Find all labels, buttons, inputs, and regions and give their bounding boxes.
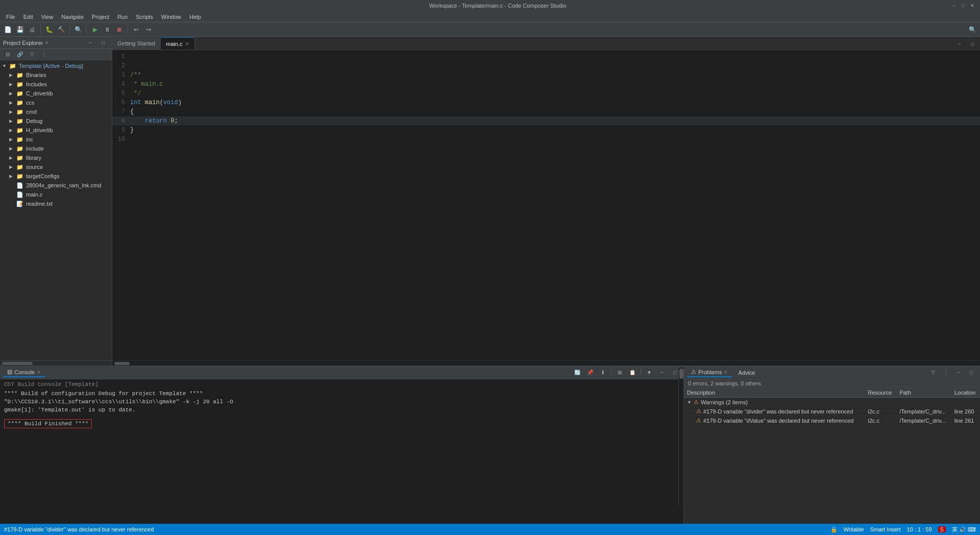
problems-tab-close[interactable]: ✕	[724, 370, 728, 375]
warnings-group-row[interactable]: ▼ ⚠ Warnings (2 items)	[684, 398, 980, 407]
new-button[interactable]: 📄	[2, 24, 13, 35]
tab-getting-started[interactable]: Getting Started	[112, 37, 161, 50]
print-button[interactable]: 🖨	[27, 24, 38, 35]
pe-minimize-icon[interactable]: −	[85, 37, 96, 48]
minimize-button[interactable]: ─	[950, 2, 958, 9]
tree-item-source[interactable]: ▶ 📁 source	[0, 162, 112, 172]
main-layout: Project Explorer ✕ − □ ⊟ 🔗 ▽ ⋮ ▼ 📁	[0, 37, 980, 524]
console-menu-icon[interactable]: ▼	[644, 367, 655, 378]
tab-close-main-c[interactable]: ✕	[185, 41, 189, 46]
pe-collapse-all[interactable]: ⊟	[2, 49, 13, 60]
editor-content[interactable]: 1 2 3 /** 4 *	[112, 50, 980, 146]
tab-advice[interactable]: Advice	[734, 369, 759, 377]
problems-filter-icon[interactable]: ▽	[927, 367, 939, 378]
col-resource[interactable]: Resource	[865, 388, 896, 398]
col-path[interactable]: Path	[896, 388, 951, 398]
warning-path-1: /Template/C_driv...	[896, 407, 951, 416]
tree-item-include[interactable]: ▶ 📁 include	[0, 144, 112, 153]
warning-resource-2: i2c.c	[865, 416, 896, 425]
close-button[interactable]: ✕	[969, 2, 976, 9]
warning-row-2[interactable]: ⚠ #179-D variable "dValue" was declared …	[684, 416, 980, 425]
menu-scripts[interactable]: Scripts	[132, 13, 157, 21]
warnings-group-label: Warnings (2 items)	[701, 399, 748, 405]
tree-item-h-driverlib[interactable]: ▶ 📁 H_driverlib	[0, 126, 112, 135]
menu-view[interactable]: View	[37, 13, 58, 21]
search-button[interactable]: 🔍	[72, 24, 84, 35]
tree-item-lnk-cmd[interactable]: ▶ 📄 28004x_generic_ram_lnk.cmd	[0, 181, 112, 190]
problems-tabs: ⚠ Problems ✕ Advice	[687, 368, 760, 377]
save-button[interactable]: 💾	[14, 24, 26, 35]
status-right: 🔓 Writable Smart Insert 10 : 1 : 59 S 英 …	[830, 526, 976, 533]
code-line-2: 2	[112, 61, 980, 70]
pe-filter[interactable]: ▽	[27, 49, 38, 60]
tab-main-c[interactable]: main.c ✕	[161, 37, 195, 50]
menu-run[interactable]: Run	[113, 13, 132, 21]
code-line-9: 9 }	[112, 126, 980, 135]
tree-item-c-driverlib[interactable]: ▶ 📁 C_driverlib	[0, 89, 112, 98]
menu-edit[interactable]: Edit	[19, 13, 37, 21]
code-line-3: 3 /**	[112, 70, 980, 80]
tree-item-debug[interactable]: ▶ 📁 Debug	[0, 116, 112, 126]
build-button[interactable]: 🔨	[56, 24, 67, 35]
status-icons: 英 🔊 ⌨	[952, 526, 976, 533]
bottom-panel: ▤ Console ✕ 🔄 📌 ⬇ ⊞ 📋 ▼ − □	[0, 366, 980, 524]
tree-item-binaries[interactable]: ▶ 📁 Binaries	[0, 70, 112, 80]
problems-status: 0 errors, 2 warnings, 0 others	[684, 379, 980, 388]
tree-item-readme[interactable]: ▶ 📝 readme.txt	[0, 199, 112, 208]
pe-maximize-icon[interactable]: □	[97, 37, 109, 48]
tree-item-main-c[interactable]: ▶ 📄 main.c	[0, 190, 112, 199]
problems-table: Description Resource Path Location ▼ ⚠	[684, 388, 980, 425]
tab-console[interactable]: ▤ Console ✕	[3, 368, 45, 377]
warning-row-1[interactable]: ⚠ #179-D variable "divider" was declared…	[684, 407, 980, 416]
col-location[interactable]: Location	[951, 388, 980, 398]
tree-item-library[interactable]: ▶ 📁 library	[0, 153, 112, 162]
problems-menu-icon[interactable]: ⋮	[940, 367, 951, 378]
menu-window[interactable]: Window	[157, 13, 185, 21]
redo-button[interactable]: ↪	[143, 24, 154, 35]
tree-item-ccs[interactable]: ▶ 📁 ccs	[0, 98, 112, 107]
tree-item-cmd[interactable]: ▶ 📁 cmd	[0, 107, 112, 116]
menu-help[interactable]: Help	[185, 13, 205, 21]
tree-item-template[interactable]: ▼ 📁 Template [Active - Debug]	[0, 61, 112, 70]
code-line-1: 1	[112, 52, 980, 61]
build-finished-box: **** Build Finished ****	[4, 419, 92, 428]
debug-button[interactable]: 🐛	[43, 24, 55, 35]
editor-maximize-icon[interactable]: □	[967, 38, 978, 50]
tab-problems[interactable]: ⚠ Problems ✕	[687, 368, 732, 377]
editor-minimize-icon[interactable]: −	[954, 38, 965, 50]
tree-item-targetconfigs[interactable]: ▶ 📁 targetConfigs	[0, 172, 112, 181]
console-scroll-icon[interactable]: ⬇	[597, 367, 608, 378]
stop-button[interactable]: ⏹	[114, 24, 125, 35]
pause-button[interactable]: ⏸	[102, 24, 113, 35]
code-line-8: 8 return 0;	[112, 116, 980, 126]
undo-button[interactable]: ↩	[131, 24, 142, 35]
menu-project[interactable]: Project	[88, 13, 113, 21]
run-button[interactable]: ▶	[89, 24, 101, 35]
status-position: 10 : 1 : 59	[907, 526, 932, 532]
menu-file[interactable]: File	[2, 13, 19, 21]
problems-minimize-icon[interactable]: −	[953, 367, 964, 378]
problems-maximize-icon[interactable]: □	[966, 367, 977, 378]
pe-menu[interactable]: ⋮	[39, 49, 50, 60]
tree-item-includes[interactable]: ▶ 📁 Includes	[0, 80, 112, 89]
console-body[interactable]: CDT Build Console [Template] **** Build …	[0, 379, 683, 524]
pe-link-editor[interactable]: 🔗	[14, 49, 26, 60]
col-description[interactable]: Description	[684, 388, 865, 398]
toolbar-search-icon[interactable]: 🔍	[967, 24, 978, 35]
maximize-button[interactable]: □	[960, 2, 967, 9]
pe-badge: ✕	[45, 40, 49, 45]
console-copy-icon[interactable]: ⊞	[614, 367, 625, 378]
toolbar: 📄 💾 🖨 🐛 🔨 🔍 ▶ ⏸ ⏹ ↩ ↪ 🔍	[0, 22, 980, 37]
console-paste-icon[interactable]: 📋	[627, 367, 638, 378]
status-left: #179-D variable "divider" was declared b…	[4, 526, 154, 532]
tree-item-inc[interactable]: ▶ 📁 inc	[0, 135, 112, 144]
code-line-4: 4 * main.c	[112, 80, 980, 89]
console-clear-icon[interactable]: 🔄	[572, 367, 583, 378]
warnings-expand-icon[interactable]: ▼	[687, 400, 692, 405]
console-pin-icon[interactable]: 📌	[584, 367, 596, 378]
menu-navigate[interactable]: Navigate	[57, 13, 87, 21]
console-minimize-icon[interactable]: −	[656, 367, 668, 378]
window-title: Workspace - Template/main.c - Code Compo…	[45, 3, 950, 9]
console-tab-close[interactable]: ✕	[37, 370, 41, 375]
console-header: ▤ Console ✕ 🔄 📌 ⬇ ⊞ 📋 ▼ − □	[0, 366, 683, 379]
